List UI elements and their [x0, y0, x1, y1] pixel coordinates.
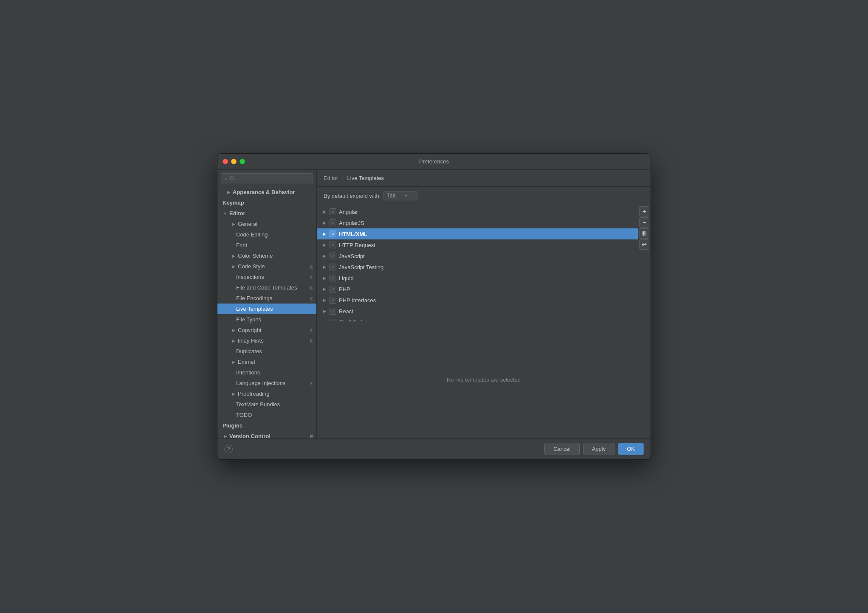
- sidebar: ⌕ Appearance & Behavior Keymap Editor Ge…: [217, 170, 317, 438]
- search-input[interactable]: [230, 175, 309, 181]
- copy-button[interactable]: ⎘: [639, 228, 649, 239]
- sidebar-item-file-types[interactable]: File Types: [217, 314, 316, 325]
- sidebar-item-inlay-hints[interactable]: Inlay Hints ⎘: [217, 335, 316, 346]
- apply-button[interactable]: Apply: [583, 443, 615, 455]
- group-label: HTTP Request: [339, 242, 375, 248]
- sidebar-item-general[interactable]: General: [217, 219, 316, 229]
- chevron-right-icon: [322, 253, 327, 259]
- expand-label: By default expand with: [324, 193, 379, 199]
- template-group-http-request[interactable]: HTTP Request: [317, 239, 638, 250]
- sidebar-item-proofreading[interactable]: Proofreading: [217, 388, 316, 399]
- chevron-down-icon: [223, 211, 228, 216]
- no-selection-text: No live templates are selected: [447, 377, 521, 383]
- group-label: PHP Interfaces: [339, 297, 376, 304]
- sidebar-item-emmet[interactable]: Emmet: [217, 357, 316, 367]
- sidebar-item-color-scheme[interactable]: Color Scheme: [217, 250, 316, 261]
- templates-list: Angular AngularJS HTML/XML: [317, 205, 638, 321]
- checkbox-javascript-testing[interactable]: [330, 264, 336, 270]
- sidebar-item-label: Intentions: [236, 369, 260, 376]
- template-group-angular[interactable]: Angular: [317, 206, 638, 217]
- search-box[interactable]: ⌕: [221, 173, 313, 183]
- chevron-right-icon: [231, 222, 236, 227]
- sidebar-item-label: Plugins: [223, 422, 242, 429]
- help-button[interactable]: ?: [224, 445, 233, 453]
- sidebar-item-live-templates[interactable]: Live Templates: [217, 304, 316, 314]
- chevron-right-icon: [322, 242, 327, 247]
- checkbox-javascript[interactable]: [330, 253, 336, 259]
- close-button[interactable]: [223, 159, 228, 164]
- preferences-window: Preferences ⌕ Appearance & Behavior Keym…: [217, 153, 651, 460]
- checkbox-react[interactable]: [330, 308, 336, 315]
- chevron-right-icon: [223, 434, 228, 439]
- checkbox-liquid[interactable]: [330, 275, 336, 281]
- sidebar-item-todo[interactable]: TODO: [217, 410, 316, 420]
- add-button[interactable]: +: [639, 206, 649, 217]
- sidebar-item-file-code-templates[interactable]: File and Code Templates ⎘: [217, 282, 316, 293]
- sidebar-item-label: Keymap: [223, 200, 244, 206]
- copy-icon: ⎘: [310, 275, 313, 280]
- sidebar-item-label: Proofreading: [238, 391, 269, 397]
- sidebar-item-label: Copyright: [238, 327, 262, 333]
- sidebar-item-code-style[interactable]: Code Style ⎘: [217, 261, 316, 272]
- maximize-button[interactable]: [240, 159, 245, 164]
- template-group-angularjs[interactable]: AngularJS: [317, 217, 638, 228]
- template-group-php-interfaces[interactable]: PHP Interfaces: [317, 295, 638, 306]
- cancel-button[interactable]: Cancel: [544, 443, 579, 455]
- checkbox-php[interactable]: [330, 286, 336, 292]
- breadcrumb-parent: Editor: [324, 175, 338, 181]
- group-label: React: [339, 308, 353, 315]
- minimize-button[interactable]: [231, 159, 237, 164]
- sidebar-item-font[interactable]: Font: [217, 240, 316, 250]
- checkbox-angularjs[interactable]: [330, 219, 336, 226]
- copy-icon: ⎘: [310, 328, 313, 333]
- template-group-liquid[interactable]: Liquid: [317, 273, 638, 284]
- sidebar-item-version-control[interactable]: Version Control ⎘: [217, 431, 316, 438]
- sidebar-item-label: TODO: [236, 412, 252, 418]
- sidebar-item-code-editing[interactable]: Code Editing: [217, 229, 316, 240]
- template-group-php[interactable]: PHP: [317, 284, 638, 295]
- sidebar-item-appearance[interactable]: Appearance & Behavior: [217, 187, 316, 197]
- sidebar-item-language-injections[interactable]: Language Injections ⎘: [217, 378, 316, 388]
- sidebar-item-file-encodings[interactable]: File Encodings ⎘: [217, 293, 316, 304]
- sidebar-item-intentions[interactable]: Intentions: [217, 367, 316, 378]
- checkbox-php-interfaces[interactable]: [330, 297, 336, 304]
- sidebar-item-label: Version Control: [229, 433, 271, 438]
- template-group-react[interactable]: React: [317, 306, 638, 317]
- sidebar-item-copyright[interactable]: Copyright ⎘: [217, 325, 316, 335]
- template-group-javascript-testing[interactable]: JavaScript Testing: [317, 262, 638, 273]
- sidebar-item-label: File Encodings: [236, 295, 272, 301]
- ok-button[interactable]: OK: [618, 443, 644, 455]
- copy-icon: ⎘: [310, 381, 313, 386]
- panel-controls: By default expand with Tab ▼: [317, 187, 651, 205]
- template-group-javascript[interactable]: JavaScript: [317, 250, 638, 262]
- no-selection-message: No live templates are selected: [317, 321, 651, 438]
- group-label: Angular: [339, 209, 358, 215]
- checkbox-angular[interactable]: [330, 208, 336, 215]
- sidebar-item-label: Appearance & Behavior: [233, 189, 295, 195]
- window-title: Preferences: [419, 158, 449, 165]
- reset-button[interactable]: ↩: [639, 239, 649, 250]
- sidebar-item-label: Language Injections: [236, 380, 285, 386]
- sidebar-item-inspections[interactable]: Inspections ⎘: [217, 272, 316, 282]
- breadcrumb-separator: ›: [342, 175, 344, 181]
- template-group-html-xml[interactable]: HTML/XML: [317, 228, 638, 239]
- breadcrumb: Editor › Live Templates: [317, 170, 651, 187]
- right-panel: Editor › Live Templates By default expan…: [317, 170, 651, 438]
- sidebar-item-editor[interactable]: Editor: [217, 208, 316, 219]
- chevron-right-icon: [322, 231, 327, 236]
- sidebar-item-label: Font: [236, 242, 247, 248]
- checkbox-http-request[interactable]: [330, 242, 336, 248]
- checkbox-html-xml[interactable]: [330, 231, 336, 237]
- copy-icon: ⎘: [310, 434, 313, 439]
- expand-dropdown[interactable]: Tab ▼: [383, 191, 417, 200]
- template-group-shell-script[interactable]: Shell Script: [317, 317, 638, 321]
- templates-container: Angular AngularJS HTML/XML: [317, 205, 651, 321]
- chevron-down-icon: ▼: [404, 194, 408, 198]
- sidebar-item-textmate-bundles[interactable]: TextMate Bundles: [217, 399, 316, 410]
- chevron-right-icon: [231, 253, 236, 259]
- titlebar: Preferences: [217, 154, 651, 170]
- sidebar-item-duplicates[interactable]: Duplicates: [217, 346, 316, 357]
- sidebar-item-plugins[interactable]: Plugins: [217, 420, 316, 431]
- remove-button[interactable]: −: [639, 217, 649, 228]
- sidebar-item-keymap[interactable]: Keymap: [217, 197, 316, 208]
